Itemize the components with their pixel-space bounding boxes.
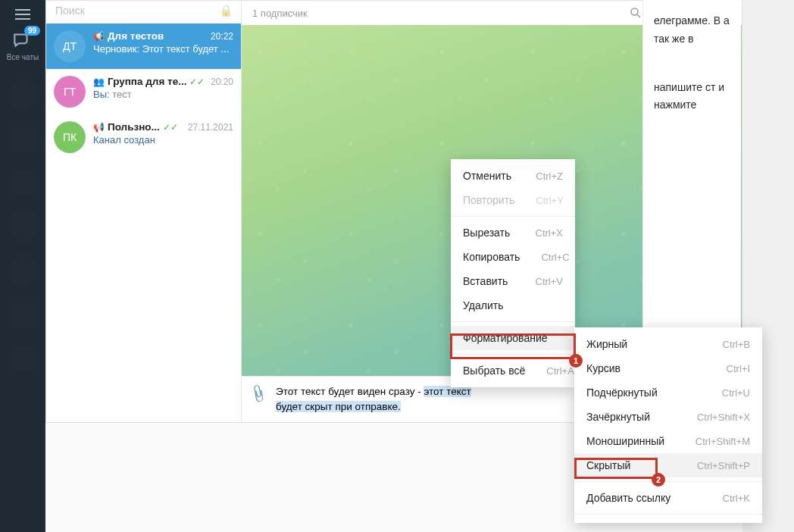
you-prefix: Вы: — [93, 89, 110, 100]
channel-icon: 📢 — [93, 31, 105, 42]
chat-list: 🔒 ДТ 📢 Для тестов 20:22 Черновик: Этот т… — [46, 1, 242, 422]
chat-item[interactable]: ПК 📢 Пользно... ✓✓ 27.11.2021 Канал созд… — [46, 114, 241, 160]
svg-point-0 — [631, 8, 638, 15]
avatar: ГТ — [54, 76, 86, 108]
avatar: ДТ — [54, 30, 86, 62]
all-chats-button[interactable]: 99 — [11, 30, 34, 52]
draft-prefix: Черновик: — [93, 43, 139, 55]
chat-item[interactable]: ГТ 👥 Группа для те... ✓✓ 20:20 Вы: тест — [46, 69, 241, 114]
menu-formatting[interactable]: Форматирование▶ — [451, 326, 575, 350]
chat-item[interactable]: ДТ 📢 Для тестов 20:22 Черновик: Этот тек… — [46, 23, 241, 69]
menu-redo: ПовторитьCtrl+Y — [451, 188, 575, 212]
avatar: ПК — [54, 121, 86, 153]
lock-icon[interactable]: 🔒 — [219, 4, 233, 17]
read-check-icon: ✓✓ — [189, 77, 205, 87]
unread-badge: 99 — [24, 26, 40, 36]
app-rail: 99 Все чаты — [0, 0, 45, 532]
search-icon[interactable] — [629, 6, 642, 20]
chat-name: Пользно... — [108, 121, 160, 133]
group-icon: 👥 — [93, 77, 105, 87]
svg-line-1 — [637, 14, 640, 17]
context-menu: ОтменитьCtrl+Z ПовторитьCtrl+Y ВырезатьC… — [451, 159, 575, 387]
format-mono[interactable]: МоноширинныйCtrl+Shift+M — [574, 429, 762, 453]
chat-preview: тест — [112, 89, 132, 100]
menu-paste[interactable]: ВставитьCtrl+V — [451, 269, 575, 293]
channel-icon: 📢 — [93, 122, 105, 133]
menu-cut[interactable]: ВырезатьCtrl+X — [451, 221, 575, 245]
annotation-number: 1 — [569, 354, 583, 368]
menu-delete[interactable]: Удалить — [451, 293, 575, 318]
menu-copy[interactable]: КопироватьCtrl+C — [451, 245, 575, 269]
format-spoiler[interactable]: СкрытыйCtrl+Shift+P — [574, 453, 762, 477]
chat-preview: Этот текст будет ... — [142, 43, 230, 55]
chat-name: Для тестов — [108, 30, 164, 42]
subscriber-count: 1 подписчик — [249, 8, 308, 19]
chat-name: Группа для те... — [108, 76, 186, 87]
chat-time: 27.11.2021 — [188, 122, 233, 133]
format-bold[interactable]: ЖирныйCtrl+B — [574, 332, 762, 356]
chat-preview: Канал создан — [93, 134, 155, 146]
attach-icon[interactable]: 📎 — [248, 381, 270, 404]
search-input[interactable] — [55, 5, 219, 17]
chat-time: 20:22 — [211, 31, 233, 42]
formatting-submenu: ЖирныйCtrl+B КурсивCtrl+I ПодчёркнутыйCt… — [574, 327, 762, 523]
format-strike[interactable]: ЗачёркнутыйCtrl+Shift+X — [574, 405, 762, 429]
annotation-number: 2 — [652, 473, 665, 487]
all-chats-label: Все чаты — [7, 53, 39, 61]
menu-select-all[interactable]: Выбрать всёCtrl+A — [451, 358, 575, 383]
selected-text: будет скрыт при отправке. — [276, 401, 401, 412]
menu-icon[interactable] — [15, 14, 30, 15]
format-italic[interactable]: КурсивCtrl+I — [574, 356, 762, 380]
format-link[interactable]: Добавить ссылкуCtrl+K — [574, 486, 762, 510]
format-underline[interactable]: ПодчёркнутыйCtrl+U — [574, 380, 762, 405]
menu-undo[interactable]: ОтменитьCtrl+Z — [451, 164, 575, 188]
read-check-icon: ✓✓ — [163, 122, 178, 133]
search-bar[interactable]: 🔒 — [46, 1, 241, 23]
chat-time: 20:20 — [211, 77, 233, 87]
